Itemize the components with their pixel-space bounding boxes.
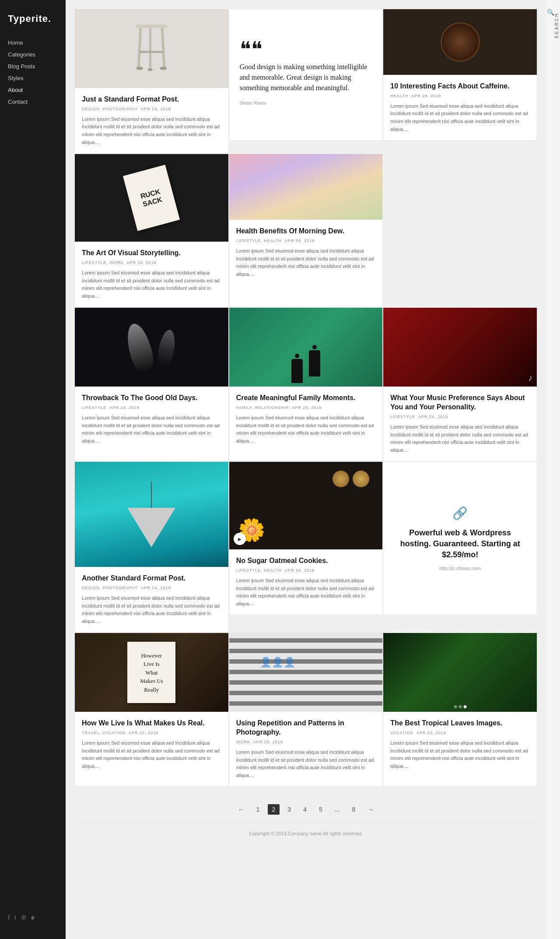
card-image-flowers[interactable] [229,154,383,220]
card-body-coffee: 10 Interesting Facts About Caffeine. HEA… [383,75,537,140]
card-meta-another-standard: DESIGN, PHOTOGRAPHY APR 24, 2019 [82,586,221,590]
card-body-rucksack: The Art Of Visual Storytelling. LIFESTYL… [75,242,228,307]
pagination-ellipsis: ... [330,804,344,815]
social-twitter[interactable]: t [14,914,16,921]
pagination-page-5[interactable]: 5 [315,804,327,815]
play-button[interactable]: ▶ [234,533,246,545]
svg-rect-1 [137,28,142,67]
svg-point-5 [136,67,143,70]
card-title-how-we-live[interactable]: How We Live Is What Makes Us Real. [82,719,221,728]
card-title-just-standard-format[interactable]: Just a Standard Format Post. [82,95,221,104]
pagination-prev[interactable]: ← [234,804,248,815]
card-body-family: Create Meaningful Family Moments. FAMILY… [229,387,383,452]
card-image-coffee[interactable] [383,9,537,75]
card-title-throwback[interactable]: Throwback To The Good Old Days. [82,394,221,403]
rucksack-text: RUCKSACK [123,165,180,231]
sidebar-social: f t ℗ 𝖕 [0,905,66,930]
svg-point-6 [160,67,167,70]
card-family-moments: Create Meaningful Family Moments. FAMILY… [229,307,383,461]
footer-copyright: Copyright © 2019.Company name All rights… [249,831,363,836]
card-title-repetition[interactable]: Using Repetition and Patterns in Photogr… [236,719,376,737]
card-morning-dew: Health Benefits Of Morning Dew. LIFESTYL… [229,154,383,307]
card-image-jumping[interactable] [229,308,383,387]
card-oatmeal-cookies: 🌼 ▶ No Sugar Oatmeal Cookies. LIFESTYLE,… [229,461,383,615]
card-excerpt-tropical: Lorem ipsum Sed eiusmod esse aliqua sed … [390,739,530,770]
card-how-we-live: HoweverLive IsWhatMakes UsReally How We … [74,633,229,787]
card-image-feather[interactable] [75,308,228,387]
card-music-preference: ♪ What Your Music Preference Says About … [383,307,537,461]
card-meta-cookies: LIFESTYLE, HEALTH APR 24, 2019 [236,568,376,573]
card-image-rucksack[interactable]: RUCKSACK [75,154,228,242]
card-title-caffeine[interactable]: 10 Interesting Facts About Caffeine. [390,82,530,91]
card-body-cookies: No Sugar Oatmeal Cookies. LIFESTYLE, HEA… [229,549,383,615]
search-icon[interactable]: 🔍 [547,9,554,16]
sidebar-item-styles[interactable]: Styles [8,73,58,83]
card-caffeine-facts: 10 Interesting Facts About Caffeine. HEA… [383,9,537,141]
card-tropical-leaves: The Best Tropical Leaves Images. VACATIO… [383,633,537,787]
svg-rect-4 [139,51,163,53]
card-meta-caffeine: HEALTH APR 28, 2019 [390,94,530,98]
quote-text: Good design is making something intellig… [240,62,372,93]
card-image-crosswalk[interactable]: 👤👤👤 [229,633,383,712]
card-image-lamp[interactable] [75,462,228,567]
card-body-throwback: Throwback To The Good Old Days. LIFESTYL… [75,387,228,452]
card-image-guitar[interactable]: ♪ [383,308,537,387]
card-visual-storytelling: RUCKSACK The Art Of Visual Storytelling.… [74,154,229,307]
svg-rect-0 [136,25,167,28]
promo-card: 🔗 Powerful web & Wordpress hosting. Guar… [383,461,537,615]
card-excerpt-family: Lorem ipsum Sed eiusmod esse aliqua sed … [236,414,376,445]
sidebar-item-about[interactable]: About [8,85,58,95]
card-meta-repetition: WORK APR 23, 2019 [236,740,376,744]
card-another-standard: Another Standard Format Post. DESIGN, PH… [74,461,229,633]
promo-title[interactable]: Powerful web & Wordpress hosting. Guaran… [394,528,526,561]
card-image-notecard[interactable]: HoweverLive IsWhatMakes UsReally [75,633,228,712]
sidebar-item-home[interactable]: Home [8,38,58,48]
card-excerpt-music: Lorem ipsum Sed eiusmod esse aliqua sed … [390,423,530,454]
quote-mark: ❝❝ [240,44,372,55]
social-pinterest[interactable]: ℗ [21,914,27,921]
pagination-page-8[interactable]: 8 [347,804,360,815]
social-pinterest2[interactable]: 𝖕 [31,914,34,921]
card-meta-how-we-live: TRAVEL, VACATION APR 23, 2019 [82,731,221,735]
svg-rect-3 [149,28,151,70]
sidebar-item-categories[interactable]: Categories [8,49,58,60]
card-image-tropical[interactable] [383,633,537,712]
card-title-family[interactable]: Create Meaningful Family Moments. [236,394,376,403]
site-logo[interactable]: Typerite. [0,9,66,38]
card-excerpt-morning-dew: Lorem ipsum Sed eiusmod esse aliqua sed … [236,247,376,278]
card-meta-throwback: LIFESTYLE APR 24, 2019 [82,405,221,410]
social-facebook[interactable]: f [8,914,10,921]
search-label[interactable]: SEARCH [554,12,559,39]
card-meta-music: LIFESTYLE APR 24, 2019 [390,415,530,419]
card-meta-storytelling: LIFESTYLE, WORK APR 26, 2019 [82,260,221,265]
pagination-page-1[interactable]: 1 [252,804,264,815]
pagination-page-3[interactable]: 3 [283,804,295,815]
card-repetition-patterns: 👤👤👤 Using Repetition and Patterns in Pho… [229,633,383,787]
pagination-page-2-current[interactable]: 2 [268,804,280,815]
card-meta-just-standard-format: DESIGN, PHOTOGRAPHY APR 29, 2019 [82,107,221,111]
card-excerpt-repetition: Lorem ipsum Sed eiusmod esse aliqua sed … [236,749,376,779]
card-throwback: Throwback To The Good Old Days. LIFESTYL… [74,307,229,461]
search-panel: 🔍 SEARCH [546,0,560,939]
card-title-another-standard[interactable]: Another Standard Format Post. [82,574,221,583]
card-meta-tropical: VACATION APR 23, 2019 [390,731,530,735]
card-excerpt-another-standard: Lorem ipsum Sed eiusmod esse aliqua sed … [82,594,221,625]
card-title-cookies[interactable]: No Sugar Oatmeal Cookies. [236,556,376,566]
pagination-next[interactable]: → [363,804,378,815]
card-title-storytelling[interactable]: The Art Of Visual Storytelling. [82,249,221,258]
quote-card: ❝❝ Good design is making something intel… [229,9,383,141]
sidebar-item-blog-posts[interactable]: Blog Posts [8,61,58,71]
pagination-page-4[interactable]: 4 [299,804,311,815]
card-body-tropical: The Best Tropical Leaves Images. VACATIO… [383,712,537,777]
notecard-text: HoweverLive IsWhatMakes UsReally [127,642,175,703]
card-excerpt-throwback: Lorem ipsum Sed eiusmod esse aliqua sed … [82,414,221,445]
promo-link[interactable]: http://jc.chinaz.com [440,566,481,571]
card-title-tropical[interactable]: The Best Tropical Leaves Images. [390,719,530,728]
card-image-stool[interactable] [75,9,228,88]
sidebar-nav: Home Categories Blog Posts Styles About … [0,38,66,107]
card-title-morning-dew[interactable]: Health Benefits Of Morning Dew. [236,227,376,236]
card-title-music[interactable]: What Your Music Preference Says About Yo… [390,394,530,412]
promo-icon: 🔗 [452,506,468,520]
card-image-cookies[interactable]: 🌼 ▶ [229,462,383,549]
sidebar-item-contact[interactable]: Contact [8,97,58,107]
